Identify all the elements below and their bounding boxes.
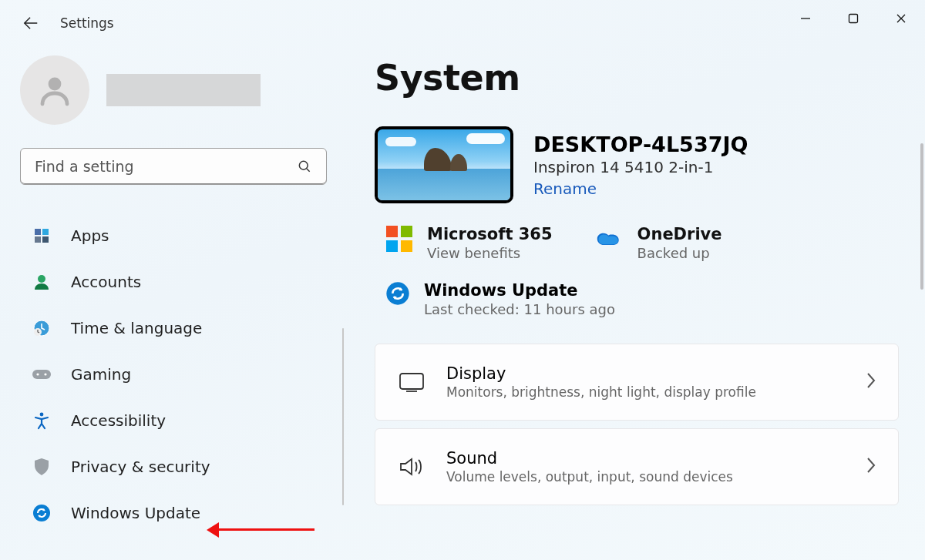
setting-display[interactable]: Display Monitors, brightness, night ligh… [375, 344, 899, 421]
nav-list: Apps Accounts Time & language Gaming Acc [20, 213, 344, 536]
page-title: System [375, 57, 911, 99]
sidebar-item-windows-update[interactable]: Windows Update [20, 490, 327, 536]
sidebar-item-label: Gaming [71, 365, 131, 384]
device-model: Inspiron 14 5410 2-in-1 [533, 158, 748, 176]
avatar [20, 55, 89, 125]
tile-title: Windows Update [424, 281, 615, 300]
profile-block[interactable] [20, 55, 344, 125]
onedrive-tile[interactable]: OneDrive Backed up [596, 225, 722, 261]
tile-title: Microsoft 365 [427, 225, 553, 243]
sound-icon [397, 452, 426, 481]
maximize-button[interactable] [829, 0, 877, 37]
svg-rect-5 [35, 236, 41, 243]
window-title: Settings [60, 15, 114, 31]
sidebar: Apps Accounts Time & language Gaming Acc [0, 55, 344, 560]
rename-link[interactable]: Rename [533, 179, 748, 198]
setting-sound[interactable]: Sound Volume levels, output, input, soun… [375, 428, 899, 505]
setting-subtitle: Monitors, brightness, night light, displ… [446, 384, 756, 400]
svg-rect-0 [849, 15, 858, 23]
sidebar-item-privacy-security[interactable]: Privacy & security [20, 444, 327, 490]
sidebar-item-label: Time & language [71, 319, 202, 337]
device-wallpaper-thumb[interactable] [375, 126, 513, 203]
profile-name-redacted [106, 74, 261, 106]
nav-scrollbar[interactable] [342, 328, 344, 505]
time-language-icon [31, 317, 52, 339]
minimize-button[interactable] [782, 0, 829, 37]
windows-update-icon [385, 281, 410, 309]
svg-point-20 [386, 282, 409, 304]
svg-rect-21 [400, 374, 423, 389]
apps-icon [31, 225, 52, 246]
device-summary: DESKTOP-4L537JQ Inspiron 14 5410 2-in-1 … [375, 126, 911, 203]
sidebar-item-accessibility[interactable]: Accessibility [20, 397, 327, 444]
search-icon [297, 159, 312, 174]
tile-subtitle: Backed up [637, 245, 722, 261]
search-box[interactable] [20, 148, 327, 185]
microsoft-365-icon [385, 225, 413, 253]
sidebar-item-apps[interactable]: Apps [20, 213, 327, 259]
windows-update-icon [31, 502, 52, 524]
svg-point-2 [299, 161, 308, 169]
svg-rect-6 [42, 236, 49, 243]
microsoft-365-tile[interactable]: Microsoft 365 View benefits [385, 225, 553, 261]
setting-title: Sound [446, 449, 733, 468]
tile-title: OneDrive [637, 225, 722, 243]
sidebar-item-label: Privacy & security [71, 458, 210, 476]
sidebar-item-label: Accounts [71, 273, 141, 291]
promo-tiles-row: Microsoft 365 View benefits OneDrive Bac… [375, 225, 911, 261]
close-button[interactable] [877, 0, 925, 37]
gaming-icon [31, 364, 52, 385]
sidebar-item-label: Apps [71, 226, 109, 245]
search-input[interactable] [35, 158, 297, 175]
svg-point-14 [40, 413, 44, 417]
accounts-icon [31, 271, 52, 293]
svg-point-12 [36, 373, 39, 375]
sidebar-item-label: Windows Update [71, 504, 200, 522]
svg-rect-19 [401, 240, 412, 252]
sidebar-item-label: Accessibility [71, 411, 166, 430]
tile-subtitle: View benefits [427, 245, 553, 261]
titlebar: Settings [0, 0, 925, 46]
main-content: System DESKTOP-4L537JQ Inspiron 14 5410 … [375, 57, 911, 560]
sidebar-item-time-language[interactable]: Time & language [20, 305, 327, 351]
chevron-right-icon [866, 372, 876, 392]
svg-rect-4 [42, 229, 49, 235]
privacy-security-icon [31, 456, 52, 478]
svg-point-7 [38, 275, 45, 283]
svg-point-15 [33, 505, 50, 521]
tile-subtitle: Last checked: 11 hours ago [424, 301, 615, 317]
setting-subtitle: Volume levels, output, input, sound devi… [446, 469, 733, 485]
svg-point-1 [49, 78, 62, 91]
onedrive-icon [596, 225, 624, 253]
display-icon [397, 367, 426, 397]
sidebar-item-accounts[interactable]: Accounts [20, 259, 327, 305]
main-scrollbar[interactable] [920, 143, 923, 290]
sidebar-item-gaming[interactable]: Gaming [20, 351, 327, 397]
chevron-right-icon [866, 457, 876, 477]
svg-rect-16 [386, 226, 398, 237]
setting-title: Display [446, 364, 756, 383]
back-button[interactable] [9, 2, 52, 45]
svg-rect-3 [35, 229, 41, 235]
device-info: DESKTOP-4L537JQ Inspiron 14 5410 2-in-1 … [533, 132, 748, 198]
svg-rect-11 [32, 370, 51, 379]
svg-rect-17 [401, 226, 412, 237]
window-controls [782, 0, 925, 37]
accessibility-icon [31, 410, 52, 431]
device-name: DESKTOP-4L537JQ [533, 132, 748, 156]
svg-point-13 [44, 373, 46, 375]
svg-rect-18 [386, 240, 398, 252]
windows-update-tile[interactable]: Windows Update Last checked: 11 hours ag… [375, 281, 911, 317]
